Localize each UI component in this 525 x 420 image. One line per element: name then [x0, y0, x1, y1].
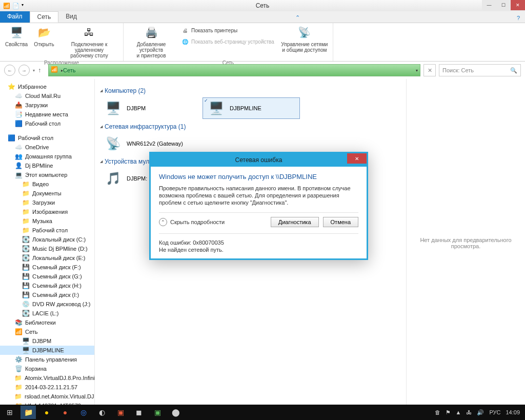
properties-button[interactable]: 🖥️Свойства: [3, 23, 30, 59]
tray-icon[interactable]: ▲: [456, 409, 461, 415]
dialog-titlebar[interactable]: Сетевая ошибка ✕: [151, 153, 367, 167]
sidebar-item-selected[interactable]: 🖥️DJBPMLINE: [0, 346, 94, 355]
tray-volume-icon[interactable]: 🔊: [477, 409, 484, 416]
tray-icon[interactable]: ⚑: [446, 409, 451, 416]
folder-icon: 📁: [22, 189, 30, 197]
taskbar-app-icon[interactable]: ●: [57, 406, 73, 419]
qat-icon[interactable]: 📄: [12, 3, 19, 9]
taskbar-app-icon[interactable]: ●: [39, 406, 54, 419]
minimize-button[interactable]: —: [482, 0, 496, 10]
sidebar-item[interactable]: 📁Музыка: [0, 216, 94, 226]
tray-clock[interactable]: 14:09: [506, 409, 520, 415]
sidebar-item-network[interactable]: 📶Сеть: [0, 327, 94, 336]
sidebar-item[interactable]: 🖥️DJBPM: [0, 336, 94, 346]
drive-icon: 💽: [22, 245, 30, 253]
sidebar-item[interactable]: ☁️OneDrive: [0, 143, 94, 152]
desktop-icon: 🟦: [7, 134, 15, 142]
sidebar-item[interactable]: ☁️Cloud Mail.Ru: [0, 91, 94, 101]
cancel-button[interactable]: Отмена: [323, 217, 358, 227]
printers-icon: 🖨: [181, 26, 189, 34]
recent-dropdown-icon[interactable]: ▾: [33, 68, 35, 73]
sidebar-item[interactable]: 📁rsload.net.Atomix.Virtual.DJ.Prc: [0, 392, 94, 401]
collapse-ribbon-icon[interactable]: ⌃: [290, 13, 305, 23]
sidebar-item[interactable]: 💾Съемный диск (I:): [0, 290, 94, 299]
tray-icon[interactable]: 🗑: [435, 409, 440, 415]
sidebar-item[interactable]: 💿DVD RW дисковод (J:): [0, 299, 94, 309]
taskbar-app-icon[interactable]: ▣: [113, 406, 128, 419]
removable-icon: 💾: [22, 272, 30, 281]
tab-network[interactable]: Сеть: [30, 11, 59, 23]
drive-icon: 💽: [22, 235, 30, 244]
sidebar-item[interactable]: 📥Загрузки: [0, 101, 94, 110]
onedrive-icon: ☁️: [14, 143, 23, 151]
breadcrumb-segment[interactable]: Сеть: [63, 67, 75, 73]
group-header-computers[interactable]: Компьютер (2): [100, 87, 401, 94]
qat-dropdown-icon[interactable]: ▾: [22, 3, 24, 9]
sidebar-item[interactable]: 💽Локальный диск (E:): [0, 253, 94, 263]
open-button[interactable]: 📂Открыть: [31, 23, 57, 59]
sidebar-item[interactable]: ⚙️Панель управления: [0, 355, 94, 364]
sidebar-item-libraries[interactable]: 📚Библиотеки: [0, 318, 94, 327]
start-button[interactable]: ⊞: [2, 406, 17, 419]
qat-icon[interactable]: 📶: [3, 3, 10, 9]
sidebar-item[interactable]: 🟦Рабочий стол: [0, 119, 94, 128]
open-icon: 📂: [36, 24, 52, 41]
sidebar-item[interactable]: 💽Локальный диск (C:): [0, 235, 94, 244]
back-button[interactable]: ←: [4, 65, 15, 76]
sidebar-item[interactable]: 👥Домашняя группа: [0, 152, 94, 161]
computer-tile[interactable]: 🖥️DJBPM: [100, 97, 197, 119]
add-devices-button[interactable]: 🖨️Добавление устройств и принтеров: [127, 23, 176, 59]
close-button[interactable]: ✕: [511, 0, 525, 10]
breadcrumb[interactable]: 📶 ▸ Сеть ▾: [48, 64, 420, 76]
details-toggle[interactable]: ⌃Скрыть подробности: [159, 218, 225, 226]
show-printers-button[interactable]: 🖨Показать принтеры: [179, 25, 276, 35]
group-header-infra[interactable]: Сетевая инфраструктура (1): [100, 123, 401, 130]
sidebar-item[interactable]: 📁Документы: [0, 189, 94, 198]
network-center-button[interactable]: 📡Управление сетями и общим доступом: [279, 23, 330, 59]
computer-tile-selected[interactable]: 🖥️DJBPMLINE: [203, 97, 300, 119]
tab-view[interactable]: Вид: [58, 11, 84, 23]
tab-file[interactable]: Файл: [0, 11, 30, 23]
sidebar-item[interactable]: 💽Music Dj BPMline (D:): [0, 244, 94, 253]
diagnose-button[interactable]: Диагностика: [271, 217, 319, 227]
tray-lang[interactable]: РУС: [489, 409, 500, 415]
up-button[interactable]: ↑: [38, 67, 45, 74]
sidebar-item[interactable]: 💾Съемный диск (F:): [0, 263, 94, 272]
maximize-button[interactable]: ☐: [496, 0, 511, 10]
sidebar-item[interactable]: 🗑️Корзина: [0, 364, 94, 373]
desktop-header[interactable]: 🟦Рабочий стол: [0, 133, 94, 143]
tray-network-icon[interactable]: 🖧: [466, 409, 472, 415]
dialog-close-button[interactable]: ✕: [347, 153, 367, 164]
sidebar-item[interactable]: 📁Рабочий стол: [0, 226, 94, 235]
sidebar-item[interactable]: 💽LACIE (L:): [0, 309, 94, 318]
sidebar-item[interactable]: 💾Съемный диск (G:): [0, 272, 94, 281]
system-tray[interactable]: 🗑 ⚑ ▲ 🖧 🔊 РУС 14:09: [435, 409, 523, 416]
sidebar-item[interactable]: 📁2014-03-22.11.21.57: [0, 383, 94, 392]
sidebar-item[interactable]: 📁Изображения: [0, 207, 94, 216]
help-icon[interactable]: ?: [512, 13, 525, 23]
sidebar-item[interactable]: 👤Dj BPMline: [0, 161, 94, 170]
remote-desktop-button[interactable]: 🖧Подключение к удаленному рабочему столу: [58, 23, 120, 59]
sidebar-item[interactable]: 📁Загрузки: [0, 198, 94, 207]
taskbar-app-icon[interactable]: ▣: [150, 406, 165, 419]
sidebar-item[interactable]: 💾Съемный диск (H:): [0, 281, 94, 290]
navigation-pane[interactable]: ⭐Избранное ☁️Cloud Mail.Ru 📥Загрузки 📑Не…: [0, 79, 95, 407]
sidebar-item[interactable]: 📁Atomix.VirtualDJ.8.Pro.Infinity.v: [0, 373, 94, 383]
search-input[interactable]: Поиск: Сеть 🔍: [439, 64, 521, 76]
taskbar-app-icon[interactable]: ◐: [94, 406, 110, 419]
taskbar-app-icon[interactable]: ◎: [76, 406, 91, 419]
sidebar-item[interactable]: 📑Недавние места: [0, 110, 94, 119]
refresh-button[interactable]: ✕: [423, 64, 436, 76]
taskbar-app-icon[interactable]: ◼: [131, 406, 147, 419]
cpanel-icon: ⚙️: [14, 355, 23, 364]
drive-icon: 💽: [22, 309, 30, 317]
forward-button[interactable]: →: [18, 65, 30, 76]
sidebar-item[interactable]: 📁Видео: [0, 179, 94, 189]
gateway-tile[interactable]: 📡WNR612v2 (Gateway): [100, 133, 197, 154]
folder-icon: 📁: [22, 208, 30, 216]
taskbar-explorer-icon[interactable]: 📁: [21, 406, 36, 419]
taskbar-app-icon[interactable]: ⬤: [168, 406, 184, 419]
sidebar-item-thispc[interactable]: 💻Этот компьютер: [0, 170, 94, 179]
computer-icon: 🖥️: [207, 100, 226, 116]
favorites-header[interactable]: ⭐Избранное: [0, 82, 94, 91]
